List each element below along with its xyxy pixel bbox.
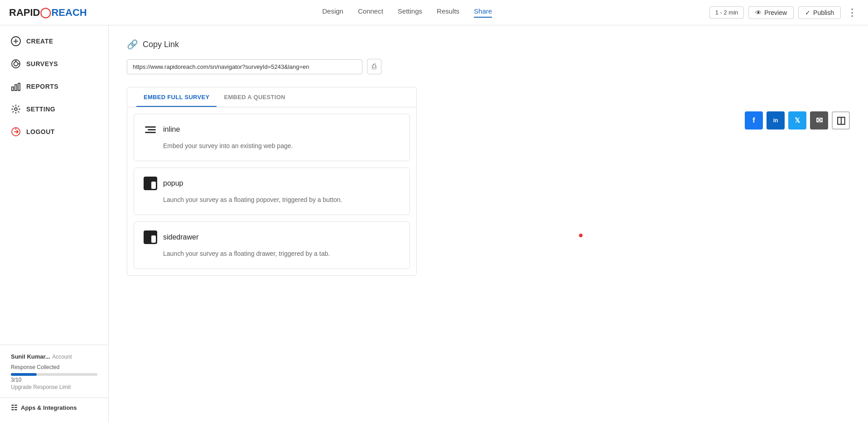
sidebar-item-surveys-label: SURVEYS — [26, 60, 58, 67]
embed-inline-header: inline — [143, 122, 400, 137]
svg-rect-8 — [15, 85, 17, 91]
plus-circle-icon — [11, 36, 21, 46]
sidebar-item-reports-label: REPORTS — [26, 83, 58, 90]
top-header: RAPID◯REACH Design Connect Settings Resu… — [0, 0, 868, 25]
sidebar-item-logout[interactable]: LOGOUT — [0, 120, 108, 143]
logo-rapid: RAPID — [9, 7, 40, 19]
embed-sidedrawer-header: sidedrawer — [143, 230, 400, 245]
embed-sidedrawer-card[interactable]: sidedrawer Launch your survey as a float… — [134, 221, 410, 269]
sidebar-item-setting-label: SETTING — [26, 106, 55, 113]
content-area: 🔗 Copy Link ⎙ f in 𝕏 ✉ ◫ — [109, 25, 868, 422]
sidebar-footer: Sunil Kumar... Account Response Collecte… — [0, 345, 108, 398]
svg-rect-9 — [18, 83, 20, 91]
embed-container: EMBED FULL SURVEY EMBED A QUESTION — [127, 87, 417, 276]
sidebar: CREATE SURVEYS REPORTS — [0, 25, 109, 422]
progress-bar-wrap — [11, 373, 97, 376]
embed-inline-card[interactable]: inline Embed your survey into an existin… — [134, 114, 410, 161]
linkedin-share-button[interactable]: in — [767, 111, 785, 129]
embed-tab-content: inline Embed your survey into an existin… — [127, 114, 416, 269]
sidebar-item-logout-label: LOGOUT — [26, 128, 55, 135]
chart-donut-icon — [11, 59, 21, 69]
embed-sidedrawer-title: sidedrawer — [163, 233, 198, 241]
sidebar-item-create[interactable]: CREATE — [0, 30, 108, 53]
svg-point-10 — [14, 108, 17, 110]
sidebar-item-setting[interactable]: SETTING — [0, 98, 108, 120]
logo-reach: REACH — [51, 7, 87, 19]
popup-icon — [143, 176, 158, 191]
check-icon: ✓ — [805, 9, 810, 16]
tab-share[interactable]: Share — [474, 7, 492, 18]
tab-connect[interactable]: Connect — [358, 7, 383, 18]
user-name: Sunil Kumar... — [11, 353, 50, 360]
email-icon: ✉ — [816, 115, 823, 125]
embed-popup-card[interactable]: popup Launch your survey as a floating p… — [134, 168, 410, 215]
facebook-icon: f — [752, 116, 755, 125]
tab-design[interactable]: Design — [322, 7, 343, 18]
copy-icon: ⎙ — [372, 62, 376, 70]
embed-full-survey-tab[interactable]: EMBED FULL SURVEY — [136, 87, 217, 107]
gear-icon — [11, 104, 21, 114]
logo[interactable]: RAPID◯REACH — [9, 7, 87, 19]
qr-code-button[interactable]: ◫ — [832, 111, 850, 129]
more-options-button[interactable]: ⋮ — [845, 7, 859, 19]
logo-o: ◯ — [40, 7, 51, 19]
user-info: Sunil Kumar... Account — [11, 352, 97, 360]
qr-icon: ◫ — [836, 115, 846, 126]
user-account-label: Account — [52, 354, 72, 360]
embed-popup-desc: Launch your survey as a floating popover… — [143, 195, 400, 205]
social-icons: f in 𝕏 ✉ ◫ — [745, 111, 850, 129]
eye-icon: 👁 — [755, 9, 762, 16]
email-share-button[interactable]: ✉ — [810, 111, 828, 129]
embed-popup-header: popup — [143, 176, 400, 191]
apps-integrations-label: Apps & Integrations — [21, 404, 77, 411]
time-badge: 1 - 2 min — [709, 6, 744, 19]
apps-grid-icon: ☷ — [11, 403, 17, 412]
progress-bar-fill — [11, 373, 37, 376]
svg-point-4 — [14, 62, 18, 66]
copy-link-section: 🔗 Copy Link — [127, 39, 850, 50]
publish-label: Publish — [813, 9, 834, 16]
sidedrawer-icon — [143, 230, 158, 245]
sidebar-item-reports[interactable]: REPORTS — [0, 75, 108, 98]
svg-rect-7 — [12, 87, 14, 91]
sidebar-item-create-label: CREATE — [26, 38, 53, 45]
facebook-share-button[interactable]: f — [745, 111, 763, 129]
red-dot-decoration — [579, 234, 583, 237]
copy-url-button[interactable]: ⎙ — [367, 59, 381, 74]
inline-icon — [143, 122, 158, 137]
response-label: Response Collected — [11, 364, 97, 370]
embed-a-question-tab[interactable]: EMBED A QUESTION — [217, 87, 292, 107]
embed-popup-title: popup — [163, 179, 183, 187]
header-actions: 1 - 2 min 👁 Preview ✓ Publish ⋮ — [709, 6, 859, 19]
twitter-icon: 𝕏 — [795, 116, 800, 125]
sidebar-item-surveys[interactable]: SURVEYS — [0, 53, 108, 75]
preview-button[interactable]: 👁 Preview — [748, 6, 794, 19]
embed-sidedrawer-desc: Launch your survey as a floating drawer,… — [143, 249, 400, 259]
logout-icon — [11, 127, 21, 137]
tab-results[interactable]: Results — [437, 7, 459, 18]
twitter-share-button[interactable]: 𝕏 — [788, 111, 806, 129]
progress-count: 3/10 — [11, 377, 97, 383]
upgrade-response-limit[interactable]: Upgrade Response Limit — [11, 384, 97, 390]
bar-chart-icon — [11, 82, 21, 91]
tab-settings[interactable]: Settings — [398, 7, 422, 18]
embed-inline-desc: Embed your survey into an existing web p… — [143, 141, 400, 151]
publish-button[interactable]: ✓ Publish — [798, 6, 841, 19]
apps-integrations[interactable]: ☷ Apps & Integrations — [0, 398, 108, 417]
linkedin-icon: in — [773, 117, 778, 124]
main-layout: CREATE SURVEYS REPORTS — [0, 25, 868, 422]
link-icon: 🔗 — [127, 39, 138, 50]
embed-tabs: EMBED FULL SURVEY EMBED A QUESTION — [127, 87, 416, 107]
nav-tabs: Design Connect Settings Results Share — [105, 7, 709, 18]
preview-label: Preview — [764, 9, 787, 16]
survey-url-input[interactable] — [127, 59, 362, 74]
copy-link-title: Copy Link — [143, 40, 179, 49]
url-row: ⎙ — [127, 59, 850, 74]
embed-inline-title: inline — [163, 125, 180, 134]
